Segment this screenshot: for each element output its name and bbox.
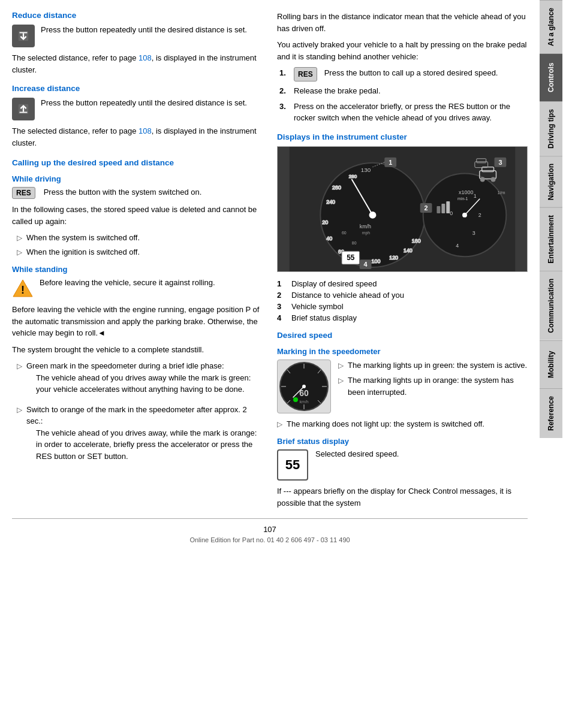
standing-bullets: ▷ Green mark in the speedometer during a…	[17, 360, 263, 466]
step-1-text: Press the button to call up a stored des…	[324, 67, 498, 79]
svg-text:20: 20	[322, 219, 328, 225]
res-button-driving: RES	[12, 187, 35, 199]
svg-text:4: 4	[364, 261, 368, 268]
step-2: 2. Release the brake pedal.	[279, 85, 528, 97]
svg-text:60: 60	[342, 230, 347, 234]
marking-bullet-orange-text: The marking lights up in orange: the sys…	[348, 374, 528, 398]
svg-text:160: 160	[412, 238, 421, 244]
svg-point-23	[369, 211, 377, 218]
speedometer-60-image: 60 km/h	[277, 360, 331, 413]
bullet-green-sub: The vehicle ahead of you drives away whi…	[36, 372, 263, 395]
step-3-text: Press on the accelerator briefly, or pre…	[294, 101, 528, 124]
cluster-label-2: 2 Distance to vehicle ahead of you	[277, 291, 528, 300]
step-3-num: 3.	[279, 101, 289, 113]
svg-text:x1000: x1000	[459, 189, 473, 195]
while-driving-icon-text: Press the button with the system switche…	[44, 187, 202, 198]
tab-communication[interactable]: Communication	[540, 271, 562, 340]
marking-no-light-text: The marking does not light up: the syste…	[287, 418, 484, 430]
increase-distance-button-icon	[12, 98, 35, 120]
svg-text:km/h: km/h	[299, 400, 308, 404]
cluster-num-1: 1	[277, 279, 287, 288]
svg-point-70	[302, 385, 306, 388]
reduce-distance-icon-text: Press the button repeatedly until the de…	[41, 25, 247, 35]
marking-no-light: ▷ The marking does not light up: the sys…	[277, 418, 528, 430]
step-1-res-btn: RES	[294, 67, 320, 81]
svg-text:140: 140	[404, 247, 413, 253]
svg-point-39	[480, 177, 485, 182]
instrument-cluster-image: 20 40 60 80 100 120 140 160 240 260 280 …	[277, 146, 528, 272]
bullet-green-content: Green mark in the speedometer during a b…	[26, 360, 263, 399]
brief-status-note: If --- appears briefly on the display fo…	[277, 485, 528, 509]
svg-text:240: 240	[326, 199, 335, 205]
brief-status-text: Selected desired speed.	[315, 449, 399, 458]
while-standing-warning-row: ! Before leaving the vehicle, secure it …	[12, 277, 263, 299]
tab-entertainment[interactable]: Entertainment	[540, 207, 562, 271]
svg-text:4: 4	[456, 243, 459, 249]
cluster-num-2: 2	[277, 291, 287, 300]
tab-mobility[interactable]: Mobility	[540, 340, 562, 388]
footer-divider	[12, 518, 528, 519]
while-driving-icon-row: RES Press the button with the system swi…	[12, 187, 263, 199]
step-3: 3. Press on the accelerator briefly, or …	[279, 101, 528, 124]
tab-controls[interactable]: Controls	[540, 53, 562, 101]
cluster-num-4: 4	[277, 313, 287, 322]
bullet-orange-sub: The vehicle ahead of you drives away, wh…	[36, 427, 263, 463]
svg-text:280: 280	[349, 173, 357, 179]
svg-text:mph: mph	[362, 230, 371, 235]
while-driving-bullets: ▷ When the system is switched off. ▷ Whe…	[17, 232, 263, 258]
cluster-text-1: Display of desired speed	[291, 279, 377, 288]
bullet-arrow-1: ▷	[17, 232, 23, 243]
step-1: 1. RES Press the button to call up a sto…	[279, 67, 528, 81]
cluster-text-3: Vehicle symbol	[291, 302, 344, 311]
step-2-text: Release the brake pedal.	[294, 85, 381, 97]
reduce-distance-icon-row: Press the button repeatedly until the de…	[12, 25, 263, 47]
bullet-ignition-off: ▷ When the ignition is switched off.	[17, 246, 263, 258]
svg-text:40: 40	[326, 235, 332, 241]
bullet-system-off: ▷ When the system is switched off.	[17, 232, 263, 244]
speedometer-marking-row: 60 km/h ▷ The marking lights up in green…	[277, 360, 528, 413]
tab-at-a-glance[interactable]: At a glance	[540, 0, 562, 53]
status-55-value: 55	[285, 457, 300, 473]
svg-rect-32	[436, 206, 440, 213]
svg-rect-33	[441, 204, 445, 213]
increase-distance-icon-text: Press the button repeatedly until the de…	[41, 98, 247, 108]
svg-text:80: 80	[352, 241, 357, 245]
bullet-orange-main: Switch to orange of the mark in the spee…	[26, 405, 247, 426]
displays-heading: Displays in the instrument cluster	[277, 132, 528, 141]
while-standing-warning-text: Before leaving the vehicle, secure it ag…	[40, 277, 215, 288]
svg-text:km/h: km/h	[360, 223, 371, 229]
brief-status-heading: Brief status display	[277, 437, 528, 446]
tab-navigation[interactable]: Navigation	[540, 156, 562, 207]
cluster-label-3: 3 Vehicle symbol	[277, 302, 528, 311]
cluster-text-2: Distance to vehicle ahead of you	[291, 291, 404, 300]
svg-text:130: 130	[361, 166, 371, 173]
bullet-arrow-green: ▷	[17, 361, 23, 371]
status-55-box: 55	[277, 449, 308, 481]
increase-distance-icon-row: Press the button repeatedly until the de…	[12, 98, 263, 120]
brief-status-row: 55 Selected desired speed.	[277, 449, 528, 481]
page-number: 107	[12, 525, 528, 534]
bullet-orange-mark: ▷ Switch to orange of the mark in the sp…	[17, 404, 263, 466]
bullet-green-main: Green mark in the speedometer during a b…	[26, 361, 224, 370]
svg-text:120: 120	[389, 255, 398, 261]
reduce-distance-page-ref: 108	[139, 53, 152, 62]
svg-text:2: 2	[478, 212, 481, 218]
cluster-text-4: Brief status display	[291, 313, 357, 322]
svg-text:1/m: 1/m	[497, 190, 505, 195]
while-standing-body2: The system brought the vehicle to a comp…	[12, 344, 263, 356]
bullet-text-1: When the system is switched off.	[26, 232, 140, 244]
tab-reference[interactable]: Reference	[540, 388, 562, 438]
svg-text:0: 0	[450, 210, 453, 216]
res-button-step1: RES	[294, 67, 317, 81]
marking-bullet-green: ▷ The marking lights up in green: the sy…	[338, 360, 528, 371]
step-2-num: 2.	[279, 85, 289, 97]
bullet-arrow-2: ▷	[17, 247, 23, 258]
cluster-label-1: 1 Display of desired speed	[277, 279, 528, 288]
increase-distance-heading: Increase distance	[12, 84, 263, 93]
while-standing-body1: Before leaving the vehicle with the engi…	[12, 304, 263, 339]
reduce-distance-body: The selected distance, refer to page 108…	[12, 52, 263, 75]
right-intro-text: Rolling bars in the distance indicator m…	[277, 11, 528, 34]
tab-driving-tips[interactable]: Driving tips	[540, 101, 562, 156]
right-braked-text: You actively braked your vehicle to a ha…	[277, 39, 528, 62]
svg-text:55: 55	[347, 253, 355, 262]
